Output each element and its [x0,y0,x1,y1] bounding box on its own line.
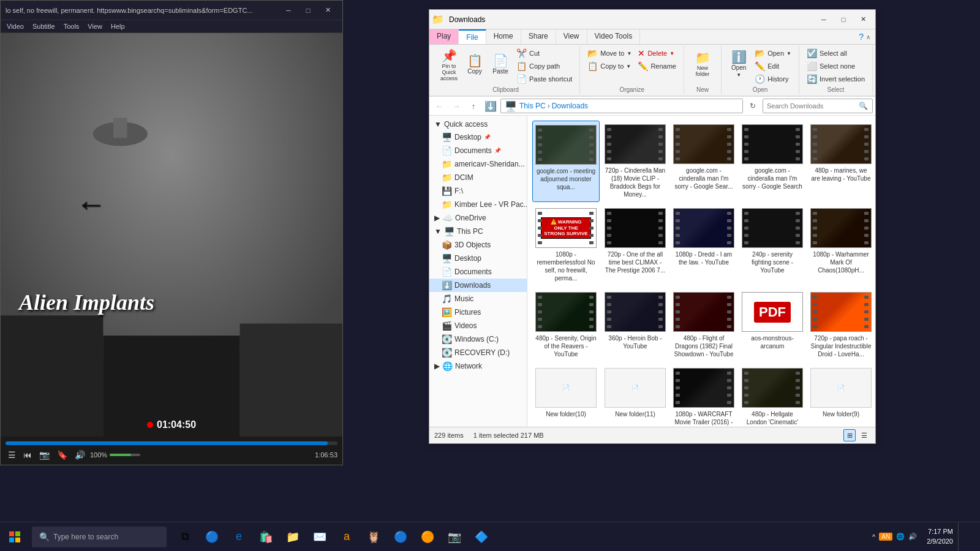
rename-button[interactable]: ✏️ Rename [635,60,679,72]
progress-bar[interactable] [6,441,337,445]
camera-button[interactable]: 📷 [37,449,52,461]
move-to-button[interactable]: 📂 Move to ▼ [585,47,634,59]
file-item[interactable]: 360p - Heroin Bob - YouTube [602,288,668,362]
playlist-button[interactable]: ☰ [6,449,18,461]
file-item[interactable]: 📄 New folder(9) [808,364,874,427]
tab-file[interactable]: File [459,29,486,44]
file-item[interactable]: 240p - serenity fighting scene - YouTube [739,204,805,286]
file-item[interactable]: 720p - papa roach - Singular Indestructi… [808,288,874,362]
tab-view[interactable]: View [556,29,587,44]
file-item[interactable]: google.com - cinderalla man I'm sorry - … [671,121,737,202]
file-item[interactable]: PDF aos-monstrous-arcanum [739,288,805,362]
sidebar-item-downloads[interactable]: ⬇️ Downloads [429,279,527,292]
tray-network[interactable]: 🌐 [896,533,905,541]
taskbar-amazon[interactable]: a [333,522,360,552]
tab-play[interactable]: Play [429,29,459,44]
sidebar-item-pictures[interactable]: 🖼️ Pictures [429,305,527,319]
refresh-button[interactable]: ↻ [745,99,760,113]
system-clock[interactable]: 7:17 PM 2/9/2020 [922,527,958,546]
taskbar-mail[interactable]: ✉️ [306,522,333,552]
media-menu-video[interactable]: Video [3,21,28,31]
taskbar-store[interactable]: 🛍️ [252,522,279,552]
select-none-button[interactable]: ⬜ Select none [804,60,867,72]
tab-video-tools[interactable]: Video Tools [587,29,641,44]
explorer-maximize[interactable]: □ [834,13,853,26]
delete-button[interactable]: ✕ Delete ▼ [635,47,679,59]
explorer-minimize[interactable]: ─ [814,13,834,26]
media-menu-help[interactable]: Help [107,21,129,31]
minimize-button[interactable]: ─ [279,4,298,17]
taskbar-app3[interactable]: 🔷 [468,522,495,552]
copy-path-button[interactable]: 📋 Copy path [514,60,575,72]
select-all-button[interactable]: ☑️ Select all [804,47,867,59]
prev-frame-button[interactable]: ⏮ [21,449,34,461]
sidebar-item-f-drive[interactable]: 💾 F:\ [429,184,527,198]
sidebar-item-desktop-pinned[interactable]: 🖥️ Desktop 📌 [429,130,527,144]
file-item[interactable]: 480p - Flight of Dragons (1982) Final Sh… [671,288,737,362]
properties-button[interactable]: ℹ️ Open ▼ [726,47,751,81]
sidebar-item-quick-access[interactable]: ▼ Quick access [429,118,527,130]
tray-chevron[interactable]: ^ [872,533,875,541]
bookmark-button[interactable]: 🔖 [55,449,70,461]
sidebar-item-music[interactable]: 🎵 Music [429,292,527,305]
taskbar-app2[interactable]: 🟠 [414,522,441,552]
list-view-button[interactable]: ☰ [858,429,870,441]
task-view-button[interactable]: ⧉ [172,522,198,552]
file-item[interactable]: 📄 New folder(11) [602,364,668,427]
file-item[interactable]: 480p - marines, we are leaving - YouTube [808,121,874,202]
tab-share[interactable]: Share [521,29,556,44]
sidebar-item-videos[interactable]: 🎬 Videos [429,319,527,332]
file-item[interactable]: google.com - meeting adjourned monster s… [532,121,600,202]
file-item[interactable]: 480p - Hellgate London 'Cinematic' Trail… [739,364,805,427]
sidebar-item-americavr[interactable]: 📁 americavr-Sheridan... [429,157,527,171]
path-this-pc[interactable]: This PC [519,102,546,110]
file-item[interactable]: google.com - cinderalla man I'm sorry - … [739,121,805,202]
history-button[interactable]: 🕐 History [752,73,794,85]
maximize-button[interactable]: □ [298,4,318,17]
file-item[interactable]: 📄 New folder(10) [532,364,600,427]
explorer-close[interactable]: ✕ [853,13,873,26]
sidebar-item-onedrive[interactable]: ▶ ☁️ OneDrive [429,211,527,225]
show-desktop-button[interactable]: Desktop [958,522,975,552]
edit-button[interactable]: ✏️ Edit [752,60,794,72]
taskbar-explorer[interactable]: 📁 [279,522,306,552]
file-item[interactable]: 720p - Cinderella Man (18) Movie CLIP - … [602,121,668,202]
sidebar-item-this-pc[interactable]: ▼ 🖥️ This PC [429,225,527,238]
file-item[interactable]: 1080p - Warhammer Mark Of Chaos(1080pH..… [808,204,874,286]
sidebar-item-documents-pinned[interactable]: 📄 Documents 📌 [429,144,527,157]
media-menu-view[interactable]: View [84,21,106,31]
copy-to-button[interactable]: 📋 Copy to ▼ [585,60,634,72]
file-item[interactable]: 1080p - WARCRAFT Movie Trailer (2016) - … [671,364,737,427]
cut-button[interactable]: ✂️ Cut [514,47,575,59]
taskbar-app1[interactable]: 🔵 [387,522,414,552]
grid-view-button[interactable]: ⊞ [843,429,856,441]
file-item[interactable]: 480p - Serenity, Origin of the Reavers -… [532,288,600,362]
up-button[interactable]: ↑ [466,99,481,113]
open-button[interactable]: 📂 Open ▼ [752,47,794,59]
sidebar-item-3d-objects[interactable]: 📦 3D Objects [429,238,527,252]
paste-shortcut-button[interactable]: 📄 Paste shortcut [514,73,575,85]
volume-icon[interactable]: 🔊 [72,449,88,461]
sidebar-item-windows-c[interactable]: 💽 Windows (C:) [429,332,527,346]
pin-to-quick-button[interactable]: 📌 Pin to Quick access [437,47,461,84]
start-button[interactable] [0,522,29,552]
forward-button[interactable]: → [449,99,464,113]
file-item[interactable]: ⚠️ WARNINGONLY THESTRONG SURVIVE 1080p -… [532,204,600,286]
recent-locations-button[interactable]: ⬇️ [483,99,498,113]
tray-volume[interactable]: 🔊 [908,533,917,541]
volume-bar[interactable] [110,454,140,456]
taskbar-tripadvisor[interactable]: 🦉 [360,522,387,552]
file-item[interactable]: 1080p - Dredd - I am the law. - YouTube [671,204,737,286]
taskbar-search[interactable]: 🔍 [32,527,167,547]
paste-button[interactable]: 📄 Paste [488,47,513,81]
close-button[interactable]: ✕ [318,4,337,17]
sidebar-item-recovery-d[interactable]: 💽 RECOVERY (D:) [429,346,527,359]
copy-button[interactable]: 📋 Copy [462,47,487,81]
tab-home[interactable]: Home [486,29,521,44]
media-menu-subtitle[interactable]: Subtitle [29,21,59,31]
file-item[interactable]: 720p - One of the all time best CLIMAX -… [602,204,668,286]
taskbar-cortana[interactable]: 🔵 [198,522,225,552]
taskbar-camera[interactable]: 📷 [441,522,468,552]
address-path[interactable]: 🖥️ This PC › Downloads [500,99,743,113]
search-input[interactable] [767,102,859,110]
